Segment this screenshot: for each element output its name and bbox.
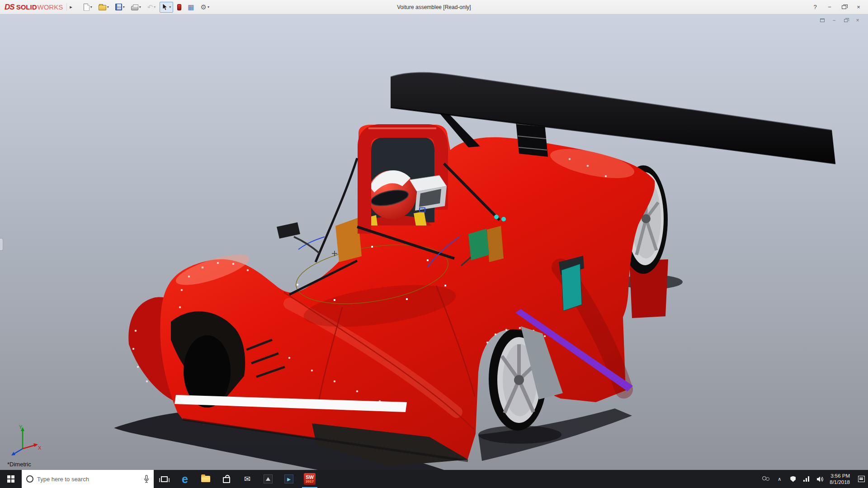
chevron-down-icon[interactable]: ▾ [123, 5, 125, 9]
print-button[interactable]: ▾ [129, 2, 143, 12]
gear-icon: ⚙ [201, 4, 207, 11]
taskbar-search[interactable] [22, 470, 154, 488]
doc-minimize-button[interactable]: − [830, 17, 838, 24]
solidworks-logo: DS SOLID WORKS [3, 3, 66, 12]
restore-icon [842, 5, 846, 9]
toolbox-icon [177, 4, 181, 10]
window-controls: ? − × [808, 2, 865, 13]
triad-y-label: Y [19, 424, 23, 430]
action-center-button[interactable] [854, 470, 868, 488]
start-button[interactable] [0, 470, 22, 488]
task-view-button[interactable] [154, 470, 175, 488]
chevron-down-icon[interactable]: ▾ [139, 5, 141, 9]
menu-flyout-arrow[interactable]: ▸ [66, 3, 75, 11]
task-view-icon [161, 476, 168, 482]
cortana-icon [26, 475, 33, 483]
photos-icon [264, 474, 273, 483]
doc-close-button[interactable]: × [854, 17, 862, 24]
tray-overflow-button[interactable]: ∧ [773, 470, 786, 488]
chevron-up-icon: ∧ [778, 476, 781, 482]
mail-app-button[interactable]: ✉ [237, 470, 258, 488]
minimize-button[interactable]: − [823, 2, 836, 13]
network-button[interactable] [800, 470, 813, 488]
taskbar-clock[interactable]: 3:56 PM 8/1/2018 [827, 473, 854, 486]
chevron-down-icon[interactable]: ▾ [169, 5, 171, 9]
ds-logo-mark: DS [5, 3, 14, 12]
system-tray: ∧ 3:56 PM 8/1/2018 [759, 470, 868, 488]
new-document-icon [84, 4, 90, 11]
cyan-marker-2 [501, 217, 506, 221]
file-explorer-icon [201, 476, 210, 482]
cockpit-window-green[interactable] [468, 229, 489, 260]
people-button[interactable] [759, 470, 773, 488]
media-app-button[interactable]: ▶ [278, 470, 299, 488]
chevron-down-icon[interactable]: ▾ [90, 5, 92, 9]
drawing-sheet-icon: ▦ [188, 4, 194, 11]
network-icon [803, 476, 810, 482]
cursor-arrow-icon [162, 4, 168, 11]
print-icon [131, 6, 138, 10]
clock-time: 3:56 PM [830, 473, 850, 479]
people-icon [762, 476, 770, 482]
chevron-down-icon[interactable]: ▾ [154, 5, 156, 9]
save-icon [115, 4, 122, 10]
solidworks-app-button[interactable]: SW 2017 [299, 470, 320, 488]
search-input[interactable] [37, 476, 140, 483]
store-app-button[interactable] [216, 470, 237, 488]
open-folder-icon [99, 5, 106, 10]
security-button[interactable] [786, 470, 800, 488]
doc-restore-button[interactable] [842, 17, 850, 24]
cyan-marker-1 [494, 215, 499, 219]
title-bar: DS SOLID WORKS ▸ ▾ ▾ ▾ ▾ ↶ [0, 0, 868, 14]
options-button[interactable]: ⚙ ▾ [198, 2, 212, 13]
edge-app-button[interactable]: e [175, 470, 195, 488]
brand-works: WORKS [37, 3, 63, 11]
photos-app-button[interactable] [258, 470, 278, 488]
solidworks-app-icon: SW 2017 [304, 473, 316, 485]
drawing-sheet-button[interactable]: ▦ [185, 2, 196, 13]
edge-icon: e [182, 474, 188, 484]
volume-button[interactable] [813, 470, 827, 488]
model-scene[interactable] [0, 14, 868, 470]
main-toolbar: ▾ ▾ ▾ ▾ ↶ ▾ ▾ [81, 2, 212, 13]
file-explorer-button[interactable] [195, 470, 216, 488]
maximize-restore-button[interactable] [837, 2, 851, 13]
undo-button[interactable]: ↶ ▾ [145, 2, 158, 13]
orientation-triad: Y X [5, 422, 42, 459]
save-button[interactable]: ▾ [113, 2, 127, 12]
action-center-icon [858, 476, 865, 482]
media-player-icon: ▶ [284, 474, 293, 483]
microphone-icon[interactable] [144, 475, 149, 483]
open-document-button[interactable]: ▾ [96, 2, 111, 12]
speaker-icon [816, 476, 824, 483]
clock-date: 8/1/2018 [830, 479, 850, 485]
view-orientation-label: *Dimetric [7, 461, 31, 468]
undo-icon: ↶ [147, 4, 153, 11]
new-document-button[interactable]: ▾ [81, 2, 94, 13]
driver-helmet[interactable] [368, 170, 416, 219]
graphics-viewport[interactable]: − × Y X *Dimetric [0, 14, 868, 470]
store-icon [223, 477, 230, 483]
windows-logo-icon [7, 475, 14, 483]
brand-solid: SOLID [16, 3, 37, 11]
mail-icon: ✉ [244, 474, 250, 484]
panel-collapse-tab[interactable] [0, 238, 3, 251]
select-tool-button[interactable]: ▾ [160, 2, 173, 13]
chevron-down-icon[interactable]: ▾ [208, 5, 209, 9]
chevron-down-icon[interactable]: ▾ [107, 5, 109, 9]
solidworks-window: DS SOLID WORKS ▸ ▾ ▾ ▾ ▾ ↶ [0, 0, 868, 488]
cockpit-side-panel-right [487, 226, 504, 262]
help-button[interactable]: ? [808, 2, 822, 13]
shield-icon [790, 476, 796, 482]
triad-x-label: X [38, 445, 42, 450]
document-window-controls: − × [818, 17, 862, 24]
windows-taskbar: e ✉ ▶ SW 2017 ∧ [0, 470, 868, 488]
close-button[interactable]: × [852, 2, 865, 13]
toolbox-button[interactable] [175, 2, 184, 12]
doc-window-icon[interactable] [818, 17, 826, 24]
